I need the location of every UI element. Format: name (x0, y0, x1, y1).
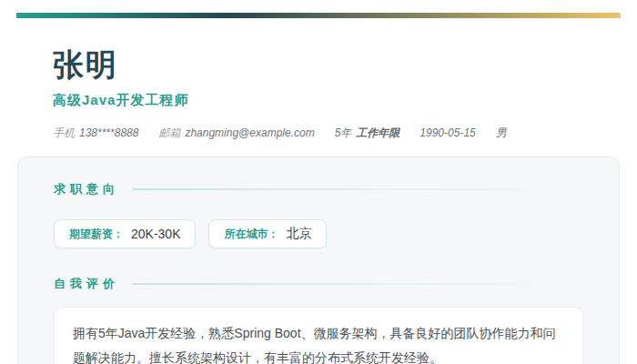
city-pill-label: 所在城市： (224, 227, 278, 242)
salary-pill-value: 20K-30K (131, 227, 180, 241)
self-evaluation-text: 拥有5年Java开发经验，熟悉Spring Boot、微服务架构，具备良好的团队… (73, 321, 564, 364)
contact-birth-date: 1990-05-15 (420, 126, 475, 139)
resume-body-card: 求职意向 期望薪资： 20K-30K 所在城市： 北京 自我评价 拥有5年Jav… (17, 157, 620, 364)
experience-value: 5年 (335, 126, 352, 141)
phone-value: 138****8888 (79, 126, 138, 139)
phone-label: 手机 (53, 126, 75, 141)
self-evaluation-section-header: 自我评价 (54, 276, 583, 292)
email-label: 邮箱 (158, 126, 180, 141)
section-divider (132, 283, 556, 285)
job-intention-section-header: 求职意向 (54, 181, 583, 197)
salary-pill: 期望薪资： 20K-30K (54, 219, 196, 248)
contact-gender: 男 (496, 126, 507, 141)
contact-phone: 手机 138****8888 (53, 126, 138, 141)
city-pill-value: 北京 (286, 226, 311, 242)
contact-experience: 5年 工作年限 (335, 126, 400, 141)
birth-date-value: 1990-05-15 (420, 126, 475, 139)
resume-header: 张明 高级Java开发工程师 手机 138****8888 邮箱 zhangmi… (53, 47, 601, 141)
experience-label: 工作年限 (356, 126, 399, 141)
gender-value: 男 (496, 126, 507, 141)
candidate-job-title: 高级Java开发工程师 (53, 92, 601, 109)
self-evaluation-title: 自我评价 (54, 276, 119, 292)
contact-email: 邮箱 zhangming@example.com (158, 126, 314, 141)
section-divider (132, 188, 556, 190)
job-intention-title: 求职意向 (54, 181, 119, 197)
job-intention-pills: 期望薪资： 20K-30K 所在城市： 北京 (54, 219, 583, 248)
self-evaluation-box: 拥有5年Java开发经验，熟悉Spring Boot、微服务架构，具备良好的团队… (54, 307, 583, 364)
accent-gradient-bar (16, 13, 621, 18)
city-pill: 所在城市： 北京 (208, 219, 327, 248)
candidate-name: 张明 (53, 47, 601, 83)
salary-pill-label: 期望薪资： (69, 227, 124, 242)
contact-info-row: 手机 138****8888 邮箱 zhangming@example.com … (53, 126, 601, 141)
email-value: zhangming@example.com (185, 126, 314, 139)
